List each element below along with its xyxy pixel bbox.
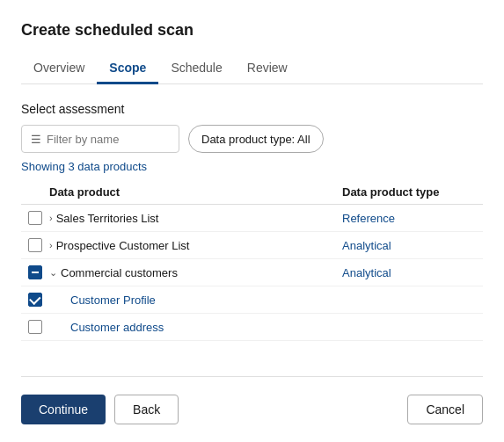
checkbox-cell[interactable] [21, 211, 49, 225]
footer-left-actions: Continue Back [21, 395, 179, 424]
col-data-product-type: Data product type [342, 185, 483, 199]
row4-name: Customer Profile [49, 293, 342, 307]
checkbox-cell[interactable] [21, 265, 49, 279]
row4-label: Customer Profile [70, 293, 156, 307]
cancel-button[interactable]: Cancel [407, 395, 483, 424]
row1-name: › Sales Territories List [49, 212, 342, 225]
tab-overview[interactable]: Overview [21, 54, 97, 84]
row5-name: Customer address [49, 321, 342, 334]
tab-scope[interactable]: Scope [97, 54, 158, 84]
filter-input-container[interactable]: ☰ [21, 125, 179, 153]
row1-checkbox[interactable] [28, 211, 42, 225]
tab-bar: Overview Scope Schedule Review [21, 54, 483, 84]
table-row: › Prospective Customer List Analytical [21, 232, 483, 259]
page-title: Create scheduled scan [21, 21, 483, 40]
filter-icon: ☰ [31, 133, 41, 146]
col-data-product: Data product [49, 185, 342, 199]
checkbox-cell[interactable] [21, 238, 49, 252]
row2-label: Prospective Customer List [56, 239, 190, 252]
back-button[interactable]: Back [114, 395, 179, 424]
footer: Continue Back Cancel [21, 376, 483, 424]
table-row: Customer Profile [21, 286, 483, 314]
create-scheduled-scan-dialog: Create scheduled scan Overview Scope Sch… [0, 0, 504, 442]
filter-row: ☰ Data product type: All [21, 125, 483, 153]
row3-name: ⌄ Commercial customers [49, 266, 342, 279]
table-header: Data product Data product type [21, 180, 483, 205]
table-row: ⌄ Commercial customers Analytical [21, 259, 483, 286]
row3-checkbox[interactable] [28, 265, 42, 279]
chevron-down-icon: ⌄ [49, 267, 57, 279]
row5-checkbox[interactable] [28, 320, 42, 334]
row2-name: › Prospective Customer List [49, 239, 342, 252]
tab-review[interactable]: Review [235, 54, 300, 84]
row4-checkbox[interactable] [28, 293, 42, 307]
chevron-right-icon: › [49, 240, 53, 250]
table-body: › Sales Territories List Reference › Pro… [21, 205, 483, 376]
row2-type: Analytical [342, 239, 483, 252]
row3-type: Analytical [342, 266, 483, 279]
section-label: Select assessment [21, 102, 483, 116]
row2-checkbox[interactable] [28, 238, 42, 252]
row1-type: Reference [342, 212, 483, 225]
row5-label: Customer address [70, 321, 164, 334]
checkbox-cell[interactable] [21, 293, 49, 307]
showing-count: Showing 3 data products [21, 160, 483, 173]
row1-label: Sales Territories List [56, 212, 159, 225]
table-row: Customer address [21, 314, 483, 341]
chevron-right-icon: › [49, 213, 53, 223]
table-row: › Sales Territories List Reference [21, 205, 483, 232]
data-product-type-button[interactable]: Data product type: All [188, 125, 324, 153]
filter-by-name-input[interactable] [47, 133, 161, 146]
checkbox-cell[interactable] [21, 320, 49, 334]
tab-schedule[interactable]: Schedule [158, 54, 234, 84]
row3-label: Commercial customers [61, 266, 178, 279]
continue-button[interactable]: Continue [21, 395, 106, 424]
